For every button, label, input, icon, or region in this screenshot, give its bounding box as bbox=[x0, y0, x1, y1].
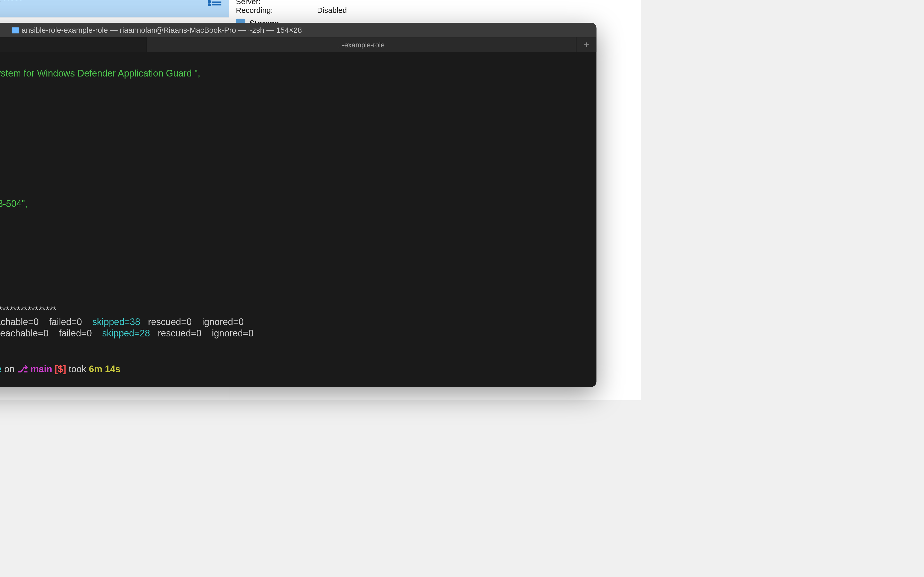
vm-name: default_ansible-role-example-role-window… bbox=[0, 0, 23, 2]
add-tab-button[interactable]: + bbox=[577, 37, 596, 52]
term-tab[interactable]: ..-example-role bbox=[147, 37, 577, 52]
term-title: ansible-role-example-role — riaannolan@R… bbox=[0, 26, 596, 34]
term-tabs: ..-example-role ..-example-role + bbox=[0, 37, 596, 52]
terminal-window: ansible-role-example-role — riaannolan@R… bbox=[0, 23, 596, 387]
vm-item-selected[interactable]: 642019 default_ansible-role-example-role… bbox=[0, 0, 229, 18]
folder-icon bbox=[11, 27, 19, 33]
list-menu-icon[interactable] bbox=[212, 0, 221, 5]
term-tab[interactable]: ..-example-role bbox=[0, 37, 147, 52]
term-titlebar: ansible-role-example-role — riaannolan@R… bbox=[0, 23, 596, 37]
term-output[interactable]: "AccountExpires : ", "Description : A us… bbox=[0, 52, 596, 387]
